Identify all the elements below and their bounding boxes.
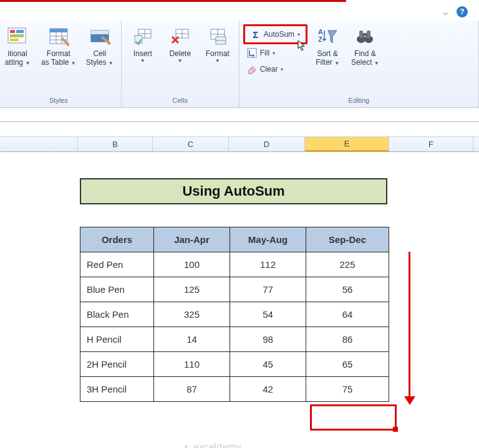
svg-rect-13 <box>91 31 109 34</box>
ribbon-collapse-icon[interactable]: ⌵ <box>443 7 448 17</box>
column-header[interactable]: B <box>78 137 153 151</box>
ribbon-group-label-styles: Styles <box>0 95 117 106</box>
chevron-down-icon: ▼ <box>25 60 30 66</box>
conditional-formatting-label-2: atting <box>5 58 23 67</box>
ribbon-group-label-editing: Editing <box>243 95 475 106</box>
sort-filter-button[interactable]: AZ Sort & Filter ▼ <box>310 23 345 70</box>
table-cell[interactable]: 225 <box>306 252 389 277</box>
chevron-down-icon: ▼ <box>215 58 220 64</box>
column-header[interactable]: F <box>389 137 473 151</box>
ribbon-group-cells: Insert ▼ Delete ▼ Format ▼ Cells <box>122 21 240 107</box>
formula-bar[interactable] <box>0 122 479 137</box>
format-as-table-icon <box>48 26 69 47</box>
table-cell[interactable]: 325 <box>154 302 230 327</box>
sort-filter-icon: AZ <box>317 26 338 47</box>
table-cell[interactable]: 64 <box>306 302 389 327</box>
table-cell[interactable]: H Pencil <box>80 327 154 352</box>
ribbon: itional atting ▼ Format as Table ▼ Cell … <box>0 21 479 108</box>
svg-point-36 <box>185 445 188 447</box>
chevron-down-icon: ▾ <box>281 67 283 72</box>
chevron-down-icon: ▼ <box>109 60 114 66</box>
table-cell[interactable]: 112 <box>230 252 306 277</box>
table-cell[interactable]: Blue Pen <box>80 277 154 302</box>
table-cell[interactable]: 54 <box>230 302 306 327</box>
cell-styles-label-1: Cell <box>93 49 106 58</box>
clear-button[interactable]: Clear ▾ <box>243 62 307 77</box>
column-header[interactable]: C <box>153 137 229 151</box>
cell-styles-label-2: Styles <box>86 58 107 67</box>
svg-rect-35 <box>362 33 367 36</box>
cell-styles-icon <box>89 26 110 47</box>
delete-button[interactable]: Delete ▼ <box>163 23 198 67</box>
format-as-table-label-2: as Table <box>41 58 69 67</box>
format-button[interactable]: Format ▼ <box>200 23 235 67</box>
grid-body[interactable]: Using AutoSum Orders Jan-Apr May-Aug Sep… <box>0 152 479 448</box>
sort-filter-label-2: Filter <box>316 58 332 67</box>
autosum-button[interactable]: Σ AutoSum ▾ <box>247 26 304 42</box>
conditional-formatting-button[interactable]: itional atting ▼ <box>0 23 35 70</box>
table-cell[interactable]: 45 <box>230 352 306 377</box>
table-cell[interactable]: 14 <box>154 327 230 352</box>
clear-label: Clear <box>260 65 278 74</box>
table-cell[interactable]: 86 <box>306 327 389 352</box>
table-header[interactable]: May-Aug <box>230 227 306 252</box>
table-cell[interactable]: 2H Pencil <box>80 352 154 377</box>
table-cell[interactable]: 87 <box>154 377 230 402</box>
svg-rect-6 <box>50 29 67 32</box>
chevron-down-icon: ▾ <box>273 50 275 56</box>
title-merged-cell[interactable]: Using AutoSum <box>80 178 387 204</box>
table-cell[interactable]: 56 <box>306 277 389 302</box>
table-cell[interactable]: 42 <box>230 377 306 402</box>
table-header[interactable]: Sep-Dec <box>306 227 389 252</box>
table-cell[interactable]: 77 <box>230 277 306 302</box>
table-cell[interactable]: 100 <box>154 252 230 277</box>
annotation-arrow-line <box>409 252 410 398</box>
svg-text:Z: Z <box>318 36 322 43</box>
column-headers: B C D E F <box>0 137 479 152</box>
svg-rect-1 <box>10 30 15 33</box>
format-as-table-button[interactable]: Format as Table ▼ <box>37 23 80 70</box>
watermark: exceldemy EXCEL · DATA · BI <box>175 442 256 448</box>
chevron-down-icon: ▼ <box>140 58 145 64</box>
sigma-icon: Σ <box>251 29 261 39</box>
table-cell[interactable]: Black Pen <box>80 302 154 327</box>
autosum-highlight: Σ AutoSum ▾ <box>243 24 307 44</box>
table-row: 3H Pencil874275 <box>80 377 389 402</box>
ribbon-group-editing: Σ AutoSum ▾ Fill ▾ <box>240 21 479 107</box>
watermark-brand: exceldemy <box>193 442 241 448</box>
window-accent-bar <box>0 0 346 2</box>
selection-handle <box>393 427 398 432</box>
table-cell[interactable]: 125 <box>154 277 230 302</box>
table-cell[interactable]: 3H Pencil <box>80 377 154 402</box>
column-header[interactable] <box>0 137 78 151</box>
help-icon[interactable]: ? <box>457 6 468 17</box>
table-cell[interactable]: 65 <box>306 352 389 377</box>
delete-label: Delete <box>169 49 191 58</box>
ribbon-group-styles: itional atting ▼ Format as Table ▼ Cell … <box>0 21 122 107</box>
autosum-label: AutoSum <box>264 30 294 39</box>
table-cell[interactable]: 98 <box>230 327 306 352</box>
chevron-down-icon: ▼ <box>71 60 76 66</box>
eraser-icon <box>247 64 257 74</box>
format-cells-icon <box>207 26 228 47</box>
chevron-down-icon: ▼ <box>178 58 183 64</box>
chevron-down-icon: ▼ <box>334 60 339 66</box>
column-header-selected[interactable]: E <box>305 137 389 151</box>
insert-cells-icon <box>132 26 153 47</box>
table-cell[interactable]: 110 <box>154 352 230 377</box>
find-select-button[interactable]: Find & Select ▼ <box>347 23 383 70</box>
table-cell[interactable]: Red Pen <box>80 252 154 277</box>
insert-button[interactable]: Insert ▼ <box>125 23 160 67</box>
table-header[interactable]: Orders <box>80 227 154 252</box>
spreadsheet-area: B C D E F Using AutoSum Orders Jan-Apr M… <box>0 122 479 448</box>
annotation-arrow-head <box>404 396 415 405</box>
table-row: 2H Pencil1104565 <box>80 352 389 377</box>
column-header[interactable]: D <box>229 137 305 151</box>
svg-rect-3 <box>10 34 24 37</box>
table-header[interactable]: Jan-Apr <box>154 227 230 252</box>
annotation-selection-box <box>310 404 397 431</box>
cell-styles-button[interactable]: Cell Styles ▼ <box>82 23 117 70</box>
table-cell[interactable]: 75 <box>306 377 389 402</box>
svg-text:A: A <box>318 28 323 36</box>
find-select-label-1: Find & <box>354 49 376 58</box>
